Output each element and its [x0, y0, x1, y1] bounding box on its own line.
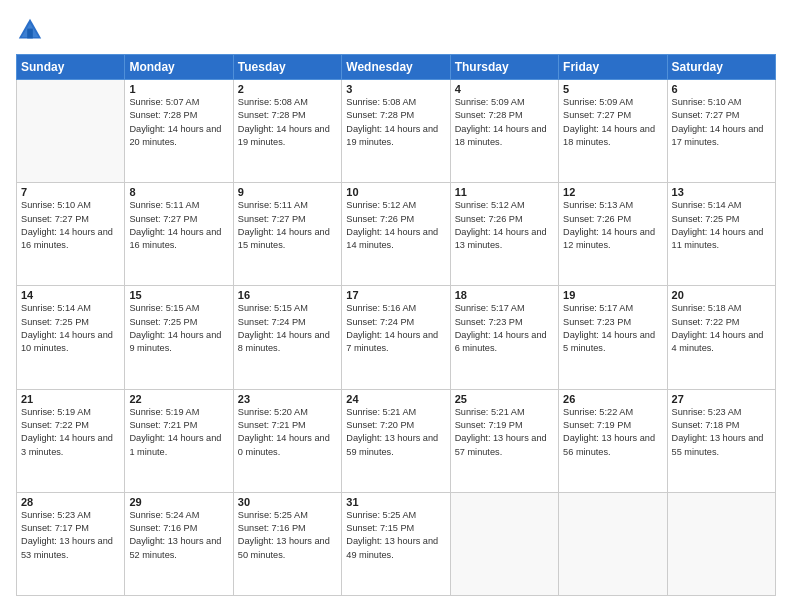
sunset-text: Sunset: 7:15 PM — [346, 523, 414, 533]
sunrise-text: Sunrise: 5:23 AM — [21, 510, 91, 520]
day-number: 11 — [455, 186, 554, 198]
sunrise-text: Sunrise: 5:15 AM — [238, 303, 308, 313]
calendar-day-header: Tuesday — [233, 55, 341, 80]
cell-content: Sunrise: 5:14 AMSunset: 7:25 PMDaylight:… — [21, 302, 120, 355]
sunrise-text: Sunrise: 5:18 AM — [672, 303, 742, 313]
cell-content: Sunrise: 5:10 AMSunset: 7:27 PMDaylight:… — [21, 199, 120, 252]
daylight-text: Daylight: 13 hours and 59 minutes. — [346, 433, 438, 456]
day-number: 6 — [672, 83, 771, 95]
calendar-cell: 13Sunrise: 5:14 AMSunset: 7:25 PMDayligh… — [667, 183, 775, 286]
calendar-day-header: Saturday — [667, 55, 775, 80]
day-number: 25 — [455, 393, 554, 405]
sunset-text: Sunset: 7:23 PM — [455, 317, 523, 327]
daylight-text: Daylight: 13 hours and 52 minutes. — [129, 536, 221, 559]
sunset-text: Sunset: 7:21 PM — [129, 420, 197, 430]
calendar-cell: 28Sunrise: 5:23 AMSunset: 7:17 PMDayligh… — [17, 492, 125, 595]
day-number: 9 — [238, 186, 337, 198]
sunrise-text: Sunrise: 5:25 AM — [346, 510, 416, 520]
calendar-cell: 20Sunrise: 5:18 AMSunset: 7:22 PMDayligh… — [667, 286, 775, 389]
calendar-day-header: Wednesday — [342, 55, 450, 80]
calendar-cell: 15Sunrise: 5:15 AMSunset: 7:25 PMDayligh… — [125, 286, 233, 389]
sunset-text: Sunset: 7:23 PM — [563, 317, 631, 327]
cell-content: Sunrise: 5:12 AMSunset: 7:26 PMDaylight:… — [455, 199, 554, 252]
daylight-text: Daylight: 14 hours and 14 minutes. — [346, 227, 438, 250]
cell-content: Sunrise: 5:25 AMSunset: 7:15 PMDaylight:… — [346, 509, 445, 562]
sunrise-text: Sunrise: 5:08 AM — [346, 97, 416, 107]
sunset-text: Sunset: 7:27 PM — [563, 110, 631, 120]
cell-content: Sunrise: 5:13 AMSunset: 7:26 PMDaylight:… — [563, 199, 662, 252]
calendar-week-row: 1Sunrise: 5:07 AMSunset: 7:28 PMDaylight… — [17, 80, 776, 183]
sunrise-text: Sunrise: 5:25 AM — [238, 510, 308, 520]
sunset-text: Sunset: 7:21 PM — [238, 420, 306, 430]
cell-content: Sunrise: 5:14 AMSunset: 7:25 PMDaylight:… — [672, 199, 771, 252]
cell-content: Sunrise: 5:17 AMSunset: 7:23 PMDaylight:… — [563, 302, 662, 355]
daylight-text: Daylight: 14 hours and 7 minutes. — [346, 330, 438, 353]
calendar-cell: 22Sunrise: 5:19 AMSunset: 7:21 PMDayligh… — [125, 389, 233, 492]
sunset-text: Sunset: 7:26 PM — [455, 214, 523, 224]
sunset-text: Sunset: 7:28 PM — [129, 110, 197, 120]
sunset-text: Sunset: 7:17 PM — [21, 523, 89, 533]
calendar-cell: 11Sunrise: 5:12 AMSunset: 7:26 PMDayligh… — [450, 183, 558, 286]
daylight-text: Daylight: 14 hours and 16 minutes. — [129, 227, 221, 250]
day-number: 18 — [455, 289, 554, 301]
calendar-cell: 19Sunrise: 5:17 AMSunset: 7:23 PMDayligh… — [559, 286, 667, 389]
calendar-cell: 2Sunrise: 5:08 AMSunset: 7:28 PMDaylight… — [233, 80, 341, 183]
calendar-day-header: Thursday — [450, 55, 558, 80]
day-number: 2 — [238, 83, 337, 95]
calendar-cell: 18Sunrise: 5:17 AMSunset: 7:23 PMDayligh… — [450, 286, 558, 389]
day-number: 4 — [455, 83, 554, 95]
cell-content: Sunrise: 5:19 AMSunset: 7:21 PMDaylight:… — [129, 406, 228, 459]
daylight-text: Daylight: 14 hours and 19 minutes. — [238, 124, 330, 147]
daylight-text: Daylight: 14 hours and 18 minutes. — [563, 124, 655, 147]
cell-content: Sunrise: 5:21 AMSunset: 7:20 PMDaylight:… — [346, 406, 445, 459]
sunrise-text: Sunrise: 5:12 AM — [455, 200, 525, 210]
day-number: 27 — [672, 393, 771, 405]
calendar-cell: 29Sunrise: 5:24 AMSunset: 7:16 PMDayligh… — [125, 492, 233, 595]
day-number: 19 — [563, 289, 662, 301]
day-number: 30 — [238, 496, 337, 508]
calendar-week-row: 28Sunrise: 5:23 AMSunset: 7:17 PMDayligh… — [17, 492, 776, 595]
day-number: 16 — [238, 289, 337, 301]
sunset-text: Sunset: 7:27 PM — [672, 110, 740, 120]
calendar-header-row: SundayMondayTuesdayWednesdayThursdayFrid… — [17, 55, 776, 80]
sunrise-text: Sunrise: 5:13 AM — [563, 200, 633, 210]
day-number: 10 — [346, 186, 445, 198]
sunrise-text: Sunrise: 5:16 AM — [346, 303, 416, 313]
cell-content: Sunrise: 5:09 AMSunset: 7:28 PMDaylight:… — [455, 96, 554, 149]
sunset-text: Sunset: 7:19 PM — [563, 420, 631, 430]
daylight-text: Daylight: 14 hours and 17 minutes. — [672, 124, 764, 147]
day-number: 5 — [563, 83, 662, 95]
daylight-text: Daylight: 13 hours and 49 minutes. — [346, 536, 438, 559]
sunrise-text: Sunrise: 5:21 AM — [455, 407, 525, 417]
calendar-cell: 12Sunrise: 5:13 AMSunset: 7:26 PMDayligh… — [559, 183, 667, 286]
sunset-text: Sunset: 7:22 PM — [672, 317, 740, 327]
cell-content: Sunrise: 5:23 AMSunset: 7:18 PMDaylight:… — [672, 406, 771, 459]
calendar-cell: 10Sunrise: 5:12 AMSunset: 7:26 PMDayligh… — [342, 183, 450, 286]
cell-content: Sunrise: 5:08 AMSunset: 7:28 PMDaylight:… — [238, 96, 337, 149]
sunset-text: Sunset: 7:27 PM — [129, 214, 197, 224]
cell-content: Sunrise: 5:07 AMSunset: 7:28 PMDaylight:… — [129, 96, 228, 149]
calendar-day-header: Friday — [559, 55, 667, 80]
calendar-cell: 25Sunrise: 5:21 AMSunset: 7:19 PMDayligh… — [450, 389, 558, 492]
sunset-text: Sunset: 7:26 PM — [563, 214, 631, 224]
sunset-text: Sunset: 7:28 PM — [346, 110, 414, 120]
sunrise-text: Sunrise: 5:17 AM — [563, 303, 633, 313]
day-number: 3 — [346, 83, 445, 95]
daylight-text: Daylight: 14 hours and 1 minute. — [129, 433, 221, 456]
calendar-cell: 26Sunrise: 5:22 AMSunset: 7:19 PMDayligh… — [559, 389, 667, 492]
daylight-text: Daylight: 14 hours and 9 minutes. — [129, 330, 221, 353]
cell-content: Sunrise: 5:22 AMSunset: 7:19 PMDaylight:… — [563, 406, 662, 459]
sunset-text: Sunset: 7:25 PM — [129, 317, 197, 327]
cell-content: Sunrise: 5:24 AMSunset: 7:16 PMDaylight:… — [129, 509, 228, 562]
day-number: 14 — [21, 289, 120, 301]
calendar-cell — [559, 492, 667, 595]
calendar-week-row: 14Sunrise: 5:14 AMSunset: 7:25 PMDayligh… — [17, 286, 776, 389]
day-number: 23 — [238, 393, 337, 405]
sunrise-text: Sunrise: 5:20 AM — [238, 407, 308, 417]
sunrise-text: Sunrise: 5:15 AM — [129, 303, 199, 313]
calendar-cell — [667, 492, 775, 595]
sunrise-text: Sunrise: 5:07 AM — [129, 97, 199, 107]
sunset-text: Sunset: 7:16 PM — [238, 523, 306, 533]
calendar-week-row: 7Sunrise: 5:10 AMSunset: 7:27 PMDaylight… — [17, 183, 776, 286]
cell-content: Sunrise: 5:20 AMSunset: 7:21 PMDaylight:… — [238, 406, 337, 459]
